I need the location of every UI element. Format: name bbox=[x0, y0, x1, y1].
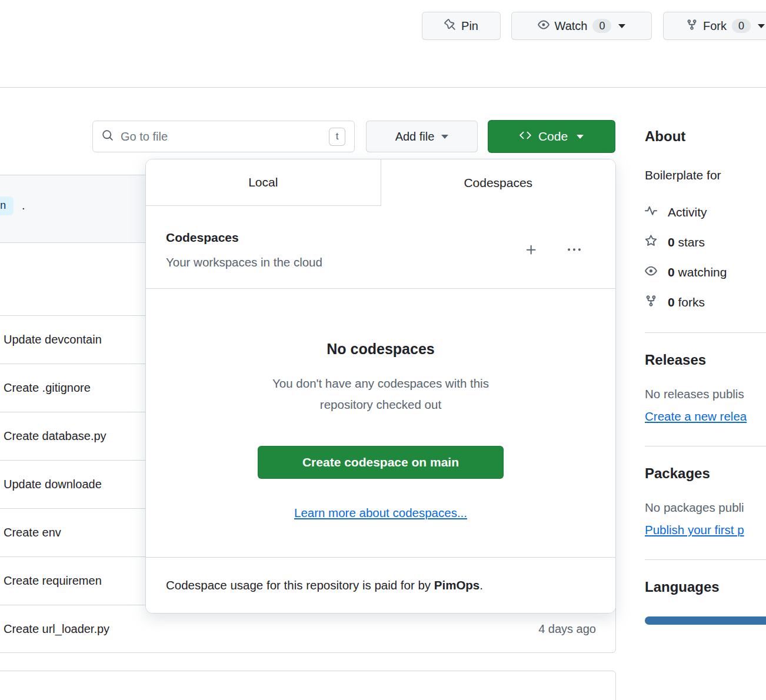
commit-message-link[interactable]: Create requiremen bbox=[4, 574, 102, 588]
code-popover: Local Codespaces Codespaces Your workspa… bbox=[145, 159, 616, 614]
commit-message-link[interactable]: Create database.py bbox=[4, 429, 106, 443]
search-icon bbox=[102, 129, 114, 144]
forks-label: forks bbox=[678, 295, 705, 309]
releases-empty-text: No releases publis bbox=[645, 387, 766, 401]
sidebar-divider bbox=[645, 446, 766, 446]
repo-sidebar: About Boilerplate for Activity 0 stars 0… bbox=[645, 121, 766, 625]
releases-title: Releases bbox=[645, 352, 766, 368]
commit-message-link[interactable]: Create url_loader.py bbox=[4, 622, 109, 636]
chevron-down-icon bbox=[441, 135, 448, 139]
commit-message-link[interactable]: Update downloade bbox=[4, 478, 102, 491]
learn-more-link[interactable]: Learn more about codespaces... bbox=[294, 506, 467, 520]
footer-text: Codespace usage for this repository is p… bbox=[166, 578, 434, 592]
fork-button[interactable]: Fork 0 bbox=[663, 12, 766, 40]
fork-icon bbox=[645, 295, 657, 310]
code-button[interactable]: Code bbox=[488, 120, 615, 153]
create-codespace-button[interactable]: Create codespace on main bbox=[258, 446, 504, 479]
commit-age[interactable]: 4 days ago bbox=[538, 622, 596, 636]
activity-label: Activity bbox=[668, 205, 707, 219]
kebab-horizontal-icon bbox=[568, 244, 581, 258]
about-title: About bbox=[645, 128, 766, 145]
forks-link[interactable]: 0 forks bbox=[645, 295, 766, 310]
packages-empty-text: No packages publi bbox=[645, 501, 766, 515]
watching-label: watching bbox=[678, 265, 727, 279]
code-popover-tabs: Local Codespaces bbox=[146, 159, 615, 206]
code-icon bbox=[519, 129, 531, 144]
fork-icon bbox=[686, 19, 698, 34]
stars-label: stars bbox=[678, 235, 705, 249]
fork-count-badge: 0 bbox=[732, 19, 751, 33]
codespaces-footer: Codespace usage for this repository is p… bbox=[146, 557, 615, 613]
chevron-down-icon bbox=[758, 24, 765, 28]
watch-button[interactable]: Watch 0 bbox=[511, 12, 652, 40]
codespaces-subtitle: Your workspaces in the cloud bbox=[166, 255, 615, 269]
sidebar-divider bbox=[645, 559, 766, 560]
tab-codespaces[interactable]: Codespaces bbox=[381, 159, 616, 206]
packages-title: Packages bbox=[645, 465, 766, 482]
header-divider bbox=[0, 87, 766, 88]
footer-text-end: . bbox=[479, 578, 483, 592]
repo-description: Boilerplate for bbox=[645, 168, 766, 182]
eye-icon bbox=[538, 19, 549, 34]
repo-stats: Activity 0 stars 0 watching 0 forks bbox=[645, 205, 766, 310]
languages-title: Languages bbox=[645, 579, 766, 595]
empty-state-body: You don't have any codespaces with this … bbox=[245, 373, 516, 415]
footer-org-name: PimOps bbox=[434, 578, 479, 592]
create-release-link[interactable]: Create a new relea bbox=[645, 409, 747, 424]
go-to-file-search[interactable]: t bbox=[92, 121, 355, 152]
add-file-button[interactable]: Add file bbox=[366, 121, 478, 152]
new-codespace-button[interactable] bbox=[521, 240, 542, 261]
pulse-icon bbox=[645, 205, 657, 220]
go-to-file-input[interactable] bbox=[121, 130, 322, 144]
watching-count: 0 bbox=[668, 265, 675, 279]
add-file-label: Add file bbox=[395, 130, 435, 144]
tab-local[interactable]: Local bbox=[146, 159, 381, 206]
codespaces-options-button[interactable] bbox=[564, 240, 585, 261]
sidebar-divider bbox=[645, 332, 766, 333]
activity-link[interactable]: Activity bbox=[645, 205, 766, 220]
code-button-label: Code bbox=[538, 129, 568, 144]
forks-count: 0 bbox=[668, 295, 675, 309]
empty-state-title: No codespaces bbox=[146, 341, 615, 358]
pin-button-label: Pin bbox=[461, 19, 478, 33]
codespaces-title: Codespaces bbox=[166, 231, 615, 245]
pin-button[interactable]: Pin bbox=[422, 12, 501, 40]
chevron-down-icon bbox=[618, 24, 625, 28]
watch-button-label: Watch bbox=[555, 19, 588, 33]
chevron-down-icon bbox=[577, 135, 584, 139]
watch-count-badge: 0 bbox=[592, 19, 611, 33]
fork-button-label: Fork bbox=[703, 19, 727, 33]
branch-code-badge[interactable]: in bbox=[0, 196, 14, 215]
plus-icon bbox=[525, 244, 538, 258]
codespaces-header: Codespaces Your workspaces in the cloud bbox=[146, 206, 615, 289]
star-icon bbox=[645, 235, 657, 250]
commit-bar-text: . bbox=[22, 199, 25, 212]
commit-message-link[interactable]: Create .gitignore bbox=[4, 381, 91, 395]
codespaces-empty-state: No codespaces You don't have any codespa… bbox=[146, 289, 615, 520]
eye-icon bbox=[645, 265, 657, 280]
commit-message-link[interactable]: Create env bbox=[4, 526, 61, 539]
commit-message-link[interactable]: Update devcontain bbox=[4, 333, 102, 346]
watching-link[interactable]: 0 watching bbox=[645, 265, 766, 280]
stars-link[interactable]: 0 stars bbox=[645, 235, 766, 250]
publish-package-link[interactable]: Publish your first p bbox=[645, 523, 744, 537]
pin-icon bbox=[444, 19, 456, 34]
readme-section bbox=[0, 671, 616, 700]
stars-count: 0 bbox=[668, 235, 675, 249]
shortcut-key-hint: t bbox=[329, 128, 345, 146]
language-bar[interactable] bbox=[645, 616, 766, 625]
